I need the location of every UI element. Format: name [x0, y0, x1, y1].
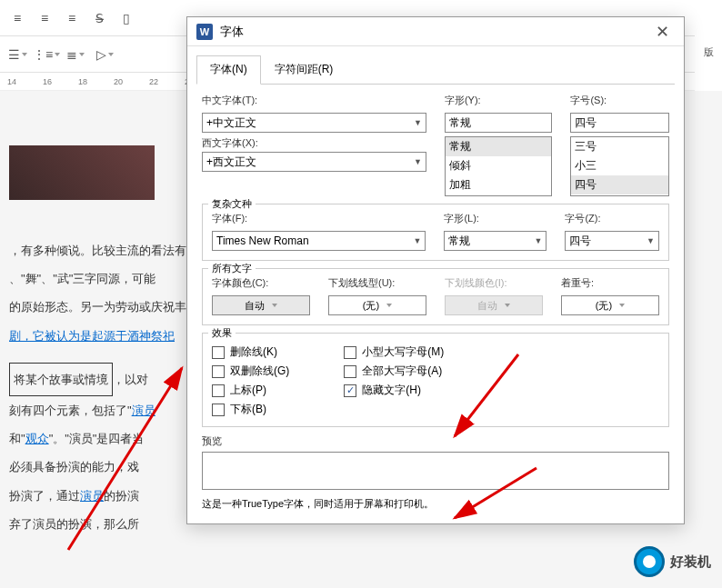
highlight-icon[interactable]: ▯	[116, 8, 136, 28]
check-hidden[interactable]: 隐藏文字(H)	[344, 383, 444, 398]
complex-style-combo[interactable]: 常规▼	[444, 231, 547, 251]
label-size-z: 字号(Z):	[565, 212, 659, 225]
dialog-tabs: 字体(N) 字符间距(R)	[196, 55, 675, 85]
document-body: ，有多种倾说。比较主流的看法有三 、"舞"、"武"三字同源，可能 的原始形态。另…	[0, 91, 200, 547]
logo-text: 好装机	[670, 553, 711, 571]
check-strike[interactable]: 删除线(K)	[212, 344, 289, 360]
tab-spacing[interactable]: 字符间距(R)	[261, 55, 347, 84]
strikethrough-icon[interactable]: S̶	[89, 8, 109, 28]
size-input[interactable]: 四号	[570, 113, 669, 133]
size-listbox[interactable]: 三号 小三 四号	[570, 136, 669, 196]
label-font-f: 字体(F):	[212, 212, 426, 225]
chevron-down-icon: ▼	[647, 236, 655, 245]
chevron-down-icon: ▼	[414, 118, 422, 127]
group-title-effects: 效果	[208, 326, 236, 340]
link-audience[interactable]: 观众	[25, 432, 49, 445]
label-cn-font: 中文字体(T):	[202, 94, 426, 107]
doc-link-ju: 剧，它被认为是起源于酒神祭祀	[9, 329, 175, 343]
check-dblstrike[interactable]: 双删除线(G)	[212, 364, 289, 379]
emphasis-button[interactable]: (无)	[561, 295, 659, 315]
doc-line: 弃了演员的扮演，那么所	[9, 510, 200, 538]
close-icon[interactable]: ✕	[650, 22, 675, 42]
label-underline-color: 下划线颜色(I):	[445, 276, 543, 290]
doc-line: 扮演了，通过演员的扮演	[9, 482, 200, 510]
label-size: 字号(S):	[570, 94, 669, 107]
west-font-combo[interactable]: +西文正文▼	[202, 152, 426, 172]
label-style: 字形(Y):	[445, 94, 553, 107]
link-actor[interactable]: 演员	[132, 404, 155, 417]
complex-font-combo[interactable]: Times New Roman▼	[212, 231, 426, 251]
cn-font-combo[interactable]: +中文正文▼	[202, 113, 426, 133]
align-center-icon[interactable]: ≡	[35, 8, 55, 28]
group-complex: 复杂文种 字体(F): 字形(L): 字号(Z): Times New Roma…	[202, 204, 669, 261]
font-color-button[interactable]: 自动	[212, 295, 310, 315]
doc-line: 剧，它被认为是起源于酒神祭祀	[9, 322, 200, 350]
check-subscript[interactable]: 下标(B)	[212, 402, 289, 417]
list-item: 小三	[571, 156, 668, 175]
chevron-down-icon: ▼	[414, 157, 422, 166]
list-number-icon[interactable]: ⋮≡	[36, 45, 56, 65]
complex-size-combo[interactable]: 四号▼	[565, 231, 659, 251]
indent-icon[interactable]: ▷	[95, 45, 115, 65]
doc-line: 、"舞"、"武"三字同源，可能	[9, 264, 200, 293]
list-item: 加粗	[446, 175, 552, 194]
logo-icon	[634, 546, 665, 577]
style-listbox[interactable]: 常规 倾斜 加粗	[445, 136, 553, 196]
doc-line: 刻有四个元素，包括了"演员	[9, 396, 200, 424]
list-item: 三号	[571, 137, 668, 156]
doc-line: 将某个故事或情境，以对	[9, 363, 200, 396]
list-item: 四号	[571, 175, 668, 194]
align-left-icon[interactable]: ≡	[7, 8, 27, 28]
underline-button[interactable]: (无)	[328, 295, 426, 315]
label-style-l: 字形(L):	[444, 212, 547, 225]
label-font-color: 字体颜色(C):	[212, 276, 310, 290]
group-title-complex: 复杂文种	[208, 197, 256, 211]
label-underline: 下划线线型(U):	[328, 276, 426, 290]
align-right-icon[interactable]: ≡	[62, 8, 82, 28]
style-input[interactable]: 常规	[445, 113, 553, 133]
document-image	[9, 145, 155, 200]
link-actor-2[interactable]: 演员	[80, 489, 104, 503]
preview-note: 这是一种TrueType字体，同时适用于屏幕和打印机。	[202, 497, 669, 511]
chevron-down-icon: ▼	[414, 236, 422, 245]
group-preview: 预览 这是一种TrueType字体，同时适用于屏幕和打印机。	[202, 434, 669, 511]
list-item: 倾斜	[446, 156, 552, 175]
doc-line: ，有多种倾说。比较主流的看法有三	[9, 236, 200, 264]
dialog-titlebar: W 字体 ✕	[187, 17, 684, 46]
right-panel: 版	[695, 0, 722, 91]
font-dialog: W 字体 ✕ 字体(N) 字符间距(R) 中文字体(T): 字形(Y): 字号(…	[186, 16, 685, 524]
list-item: 常规	[446, 137, 552, 156]
underline-color-button: 自动	[445, 295, 543, 315]
check-smallcaps[interactable]: 小型大写字母(M)	[344, 344, 444, 360]
label-west-font: 西文字体(X):	[202, 136, 426, 150]
check-allcaps[interactable]: 全部大写字母(A)	[344, 364, 444, 379]
watermark-logo: 好装机	[634, 546, 711, 577]
list-outline-icon[interactable]: ≣	[65, 45, 85, 65]
tab-font[interactable]: 字体(N)	[196, 55, 261, 85]
dialog-title: 字体	[220, 24, 650, 40]
doc-line: 的原始形态。另一为劳动或庆祝丰	[9, 293, 200, 321]
check-superscript[interactable]: 上标(P)	[212, 383, 289, 398]
selected-text[interactable]: 将某个故事或情境	[9, 363, 113, 396]
list-bullet-icon[interactable]: ☰	[7, 45, 27, 65]
preview-box	[202, 452, 669, 490]
group-alltext: 所有文字 字体颜色(C): 下划线线型(U): 下划线颜色(I): 着重号: 自…	[202, 268, 669, 325]
doc-line: 必须具备扮演的能力，戏	[9, 453, 200, 481]
group-effects: 效果 删除线(K) 双删除线(G) 上标(P) 下标(B) 小型大写字母(M) …	[202, 333, 669, 427]
label-emphasis: 着重号:	[561, 276, 659, 290]
word-icon: W	[196, 24, 213, 40]
label-preview: 预览	[202, 434, 669, 448]
group-title-alltext: 所有文字	[208, 262, 256, 275]
chevron-down-icon: ▼	[535, 236, 543, 245]
doc-line: 和"观众"。"演员"是四者当	[9, 424, 200, 453]
